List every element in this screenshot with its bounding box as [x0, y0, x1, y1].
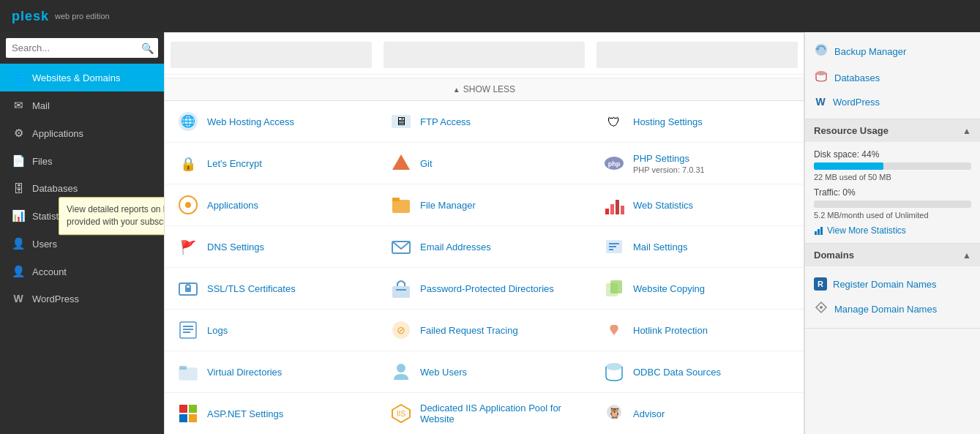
applications-grid-label: Applications — [207, 200, 366, 211]
sidebar-item-label: Users — [32, 239, 152, 250]
mail-settings-label: Mail Settings — [633, 242, 792, 252]
web-statistics-label: Web Statistics — [633, 200, 792, 211]
right-item-register-domain[interactable]: R Register Domain Names — [805, 272, 980, 296]
svg-point-49 — [816, 71, 826, 75]
sidebar-item-wordpress[interactable]: W WordPress — [0, 285, 164, 312]
statistics-icon: 📊 — [12, 209, 25, 222]
mail-icon: ✉ — [12, 99, 25, 112]
grid-item-hotlink-protection[interactable]: Hotlink Protection — [591, 310, 804, 351]
svg-text:🛡: 🛡 — [607, 115, 621, 130]
grid-item-failed-request-tracing[interactable]: ⊘ Failed Request Tracing — [378, 310, 591, 351]
grid-item-ssl-certificates[interactable]: SSL/TLS Certificates — [165, 268, 378, 310]
domains-items: R Register Domain Names Manage Domain Na… — [805, 266, 980, 328]
grid-item-lets-encrypt[interactable]: 🔒 Let's Encrypt — [165, 143, 378, 184]
grid-item-php-settings[interactable]: php PHP Settings PHP version: 7.0.31 — [591, 143, 804, 184]
grid-item-password-protected[interactable]: Password-Protected Directories — [378, 268, 591, 310]
search-input[interactable] — [6, 38, 158, 58]
search-icon: 🔍 — [141, 42, 154, 54]
svg-marker-6 — [392, 154, 410, 170]
svg-rect-20 — [609, 243, 619, 244]
content-area: ▲ SHOW LESS 🌐 Web Hosting Access 🖥 — [164, 32, 804, 434]
sidebar-item-label: WordPress — [32, 293, 152, 304]
grid-item-logs[interactable]: Logs — [165, 310, 378, 351]
domains-header[interactable]: Domains ▲ — [805, 244, 980, 266]
applications-icon: ⚙ — [12, 127, 25, 140]
file-manager-label: File Manager — [420, 200, 579, 211]
grid-item-web-hosting-access[interactable]: 🌐 Web Hosting Access — [165, 101, 378, 143]
grid-item-ftp-access[interactable]: 🖥 FTP Access — [378, 101, 591, 143]
svg-text:php: php — [608, 160, 621, 168]
svg-rect-12 — [392, 198, 400, 201]
resource-usage-header[interactable]: Resource Usage ▲ — [805, 119, 980, 142]
lets-encrypt-label: Let's Encrypt — [207, 158, 366, 169]
sidebar-item-databases[interactable]: 🗄 Databases — [0, 175, 164, 202]
web-statistics-icon — [602, 193, 626, 217]
dns-settings-label: DNS Settings — [207, 242, 366, 252]
grid-item-file-manager[interactable]: File Manager — [378, 184, 591, 226]
items-grid: 🌐 Web Hosting Access 🖥 FTP Access — [165, 101, 804, 434]
right-sidebar: Backup Manager Databases W WordPress Res… — [804, 32, 980, 434]
sidebar-item-account[interactable]: 👤 Account — [0, 258, 164, 285]
right-item-databases[interactable]: Databases — [805, 64, 980, 91]
svg-rect-36 — [179, 368, 197, 380]
right-item-backup-manager[interactable]: Backup Manager — [805, 38, 980, 64]
backup-manager-label: Backup Manager — [834, 46, 906, 57]
sidebar: 🔍 🌐 Websites & Domains ✉ Mail ⚙ Applicat… — [0, 32, 164, 434]
hotlink-protection-label: Hotlink Protection — [633, 325, 792, 336]
grid-item-hosting-settings[interactable]: 🛡 Hosting Settings — [591, 101, 804, 143]
lets-encrypt-icon: 🔒 — [176, 151, 200, 175]
sidebar-item-label: Account — [32, 266, 152, 277]
grid-item-email-addresses[interactable]: Email Addresses — [378, 226, 591, 268]
svg-rect-22 — [609, 249, 613, 250]
svg-point-38 — [397, 364, 405, 373]
git-label: Git — [420, 158, 579, 169]
grid-item-odbc-data-sources[interactable]: ODBC Data Sources — [591, 351, 804, 393]
grid-item-dedicated-iis[interactable]: IIS Dedicated IIS Application Pool for W… — [378, 393, 591, 434]
view-more-stats[interactable]: View More Statistics — [814, 225, 971, 236]
sidebar-item-websites-domains[interactable]: 🌐 Websites & Domains — [0, 64, 164, 91]
aspnet-settings-label: ASP.NET Settings — [207, 408, 366, 419]
web-hosting-access-icon: 🌐 — [176, 110, 200, 133]
sidebar-item-statistics[interactable]: 📊 Statistics View detailed reports on ho… — [0, 202, 164, 230]
databases-icon: 🗄 — [12, 182, 25, 195]
hotlink-protection-icon — [602, 318, 626, 342]
traffic-label: Traffic: 0% — [814, 187, 971, 198]
grid-item-git[interactable]: Git — [378, 143, 591, 184]
wordpress-icon: W — [12, 293, 25, 304]
website-copying-label: Website Copying — [633, 283, 792, 294]
svg-rect-21 — [609, 246, 616, 247]
grid-item-aspnet-settings[interactable]: ASP.NET Settings — [165, 393, 378, 434]
sidebar-item-users[interactable]: 👤 Users — [0, 230, 164, 258]
svg-rect-29 — [610, 280, 622, 293]
hosting-settings-label: Hosting Settings — [633, 116, 792, 127]
partial-top-rows — [165, 33, 804, 78]
grid-item-applications[interactable]: Applications — [165, 184, 378, 226]
sidebar-item-label: Statistics — [32, 211, 152, 222]
dedicated-iis-icon: IIS — [389, 402, 413, 425]
resource-usage-chevron: ▲ — [962, 126, 971, 136]
dedicated-iis-label: Dedicated IIS Application Pool for Websi… — [420, 403, 579, 424]
svg-rect-50 — [815, 231, 817, 235]
grid-item-dns-settings[interactable]: 🚩 DNS Settings — [165, 226, 378, 268]
svg-text:⊘: ⊘ — [397, 324, 405, 336]
show-less-bar[interactable]: ▲ SHOW LESS — [165, 78, 804, 101]
domains-section: Domains ▲ R Register Domain Names Manage… — [805, 244, 980, 329]
sidebar-item-applications[interactable]: ⚙ Applications — [0, 119, 164, 147]
grid-item-virtual-directories[interactable]: Virtual Directories — [165, 351, 378, 393]
right-item-manage-domain[interactable]: Manage Domain Names — [805, 296, 980, 322]
grid-item-web-statistics[interactable]: Web Statistics — [591, 184, 804, 226]
account-icon: 👤 — [12, 265, 25, 278]
disk-space-label: Disk space: 44% — [814, 149, 971, 160]
sidebar-item-mail[interactable]: ✉ Mail — [0, 91, 164, 119]
wordpress-right-icon: W — [814, 96, 827, 108]
grid-item-website-copying[interactable]: Website Copying — [591, 268, 804, 310]
grid-item-advisor[interactable]: 🦉 Advisor — [591, 393, 804, 434]
web-hosting-access-label: Web Hosting Access — [207, 116, 366, 127]
svg-rect-15 — [616, 200, 619, 214]
right-item-wordpress[interactable]: W WordPress — [805, 91, 980, 113]
hosting-settings-icon: 🛡 — [602, 110, 626, 133]
password-protected-label: Password-Protected Directories — [420, 283, 579, 294]
sidebar-item-files[interactable]: 📄 Files — [0, 147, 164, 175]
grid-item-mail-settings[interactable]: Mail Settings — [591, 226, 804, 268]
grid-item-web-users[interactable]: Web Users — [378, 351, 591, 393]
